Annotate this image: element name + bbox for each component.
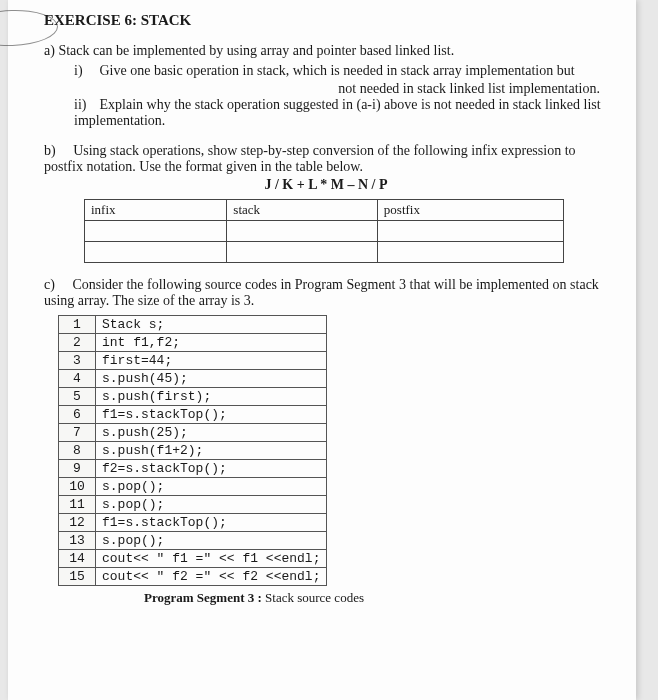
- code-line: s.push(f1+2);: [96, 442, 327, 460]
- b-expression: J / K + L * M – N / P: [44, 177, 608, 193]
- code-line: s.pop();: [96, 496, 327, 514]
- code-line: f1=s.stackTop();: [96, 406, 327, 424]
- line-num: 8: [59, 442, 96, 460]
- cell: [227, 221, 378, 242]
- code-line: Stack s;: [96, 316, 327, 334]
- cell: [85, 221, 227, 242]
- line-num: 1: [59, 316, 96, 334]
- cell: [377, 221, 563, 242]
- b-table: infix stack postfix: [84, 199, 564, 263]
- line-num: 5: [59, 388, 96, 406]
- line-num: 4: [59, 370, 96, 388]
- line-num: 15: [59, 568, 96, 586]
- caption-bold: Program Segment 3 :: [144, 590, 262, 605]
- code-line: s.push(25);: [96, 424, 327, 442]
- line-num: 3: [59, 352, 96, 370]
- question-a: a) Stack can be implemented by using arr…: [44, 43, 608, 129]
- a-i-text: Give one basic operation in stack, which…: [100, 63, 575, 78]
- cell: [85, 242, 227, 263]
- line-num: 13: [59, 532, 96, 550]
- page: EXERCISE 6: STACK a) Stack can be implem…: [8, 0, 636, 700]
- cell: [377, 242, 563, 263]
- label-c: c): [44, 277, 55, 292]
- code-line: s.pop();: [96, 532, 327, 550]
- a-ii-text: Explain why the stack operation suggeste…: [74, 97, 601, 128]
- label-a-ii: ii): [74, 97, 96, 113]
- code-line: first=44;: [96, 352, 327, 370]
- code-line: f1=s.stackTop();: [96, 514, 327, 532]
- code-caption: Program Segment 3 : Stack source codes: [144, 590, 608, 606]
- code-table: 1Stack s; 2int f1,f2; 3first=44; 4s.push…: [58, 315, 327, 586]
- col-stack: stack: [227, 200, 378, 221]
- question-b: b) Using stack operations, show step-by-…: [44, 143, 608, 263]
- label-a: a): [44, 43, 55, 58]
- line-num: 6: [59, 406, 96, 424]
- a-intro: Stack can be implemented by using array …: [58, 43, 454, 58]
- line-num: 10: [59, 478, 96, 496]
- col-infix: infix: [85, 200, 227, 221]
- label-a-i: i): [74, 63, 96, 79]
- line-num: 2: [59, 334, 96, 352]
- line-num: 14: [59, 550, 96, 568]
- code-line: s.push(45);: [96, 370, 327, 388]
- col-postfix: postfix: [377, 200, 563, 221]
- code-line: cout<< " f2 =" << f2 <<endl;: [96, 568, 327, 586]
- line-num: 7: [59, 424, 96, 442]
- code-line: f2=s.stackTop();: [96, 460, 327, 478]
- code-line: s.push(first);: [96, 388, 327, 406]
- line-num: 11: [59, 496, 96, 514]
- a-i-cont: not needed in stack linked list implemen…: [74, 81, 600, 97]
- exercise-title: EXERCISE 6: STACK: [44, 12, 608, 29]
- code-line: s.pop();: [96, 478, 327, 496]
- b-text: Using stack operations, show step-by-ste…: [44, 143, 576, 174]
- code-line: int f1,f2;: [96, 334, 327, 352]
- label-b: b): [44, 143, 56, 158]
- line-num: 12: [59, 514, 96, 532]
- cell: [227, 242, 378, 263]
- caption-rest: Stack source codes: [262, 590, 364, 605]
- c-text: Consider the following source codes in P…: [44, 277, 599, 308]
- question-c: c) Consider the following source codes i…: [44, 277, 608, 606]
- line-num: 9: [59, 460, 96, 478]
- code-line: cout<< " f1 =" << f1 <<endl;: [96, 550, 327, 568]
